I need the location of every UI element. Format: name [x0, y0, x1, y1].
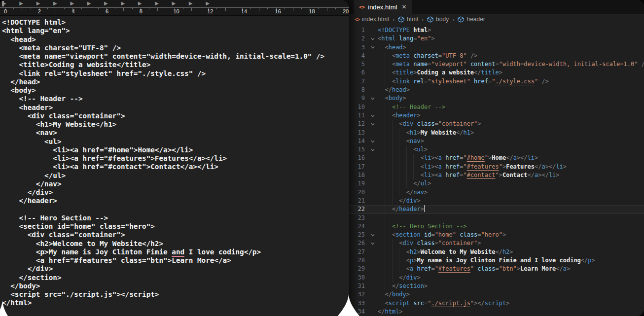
code-line[interactable]: 6 <title>Coding a website</title> — [345, 69, 644, 77]
code-line[interactable]: 8 </head> — [345, 86, 644, 94]
tab-stop-marker-icon[interactable]: ▶ — [206, 0, 210, 6]
code-line[interactable]: 20 </nav> — [345, 188, 644, 197]
plain-text-line[interactable]: <p>My name is Joy Clinton Fimie and I lo… — [2, 248, 349, 256]
tab-stop-marker-icon[interactable]: ▶ — [70, 0, 74, 6]
code-line[interactable]: 32 </body> — [345, 290, 644, 299]
plain-text-line[interactable]: <body> — [2, 86, 349, 95]
plain-text-area[interactable]: <!DOCTYPE html><html lang="en"> <head> <… — [0, 16, 349, 308]
plain-text-line[interactable]: </div> — [2, 265, 349, 273]
fold-chevron-icon[interactable] — [368, 145, 378, 154]
code-line[interactable]: 21 </div> — [345, 197, 644, 205]
plain-text-line[interactable]: </head> — [2, 78, 349, 86]
tab-stop-marker-icon[interactable]: ▶ — [2, 0, 6, 6]
code-line[interactable]: 2<html lang="en"> — [345, 35, 644, 43]
fold-chevron-icon[interactable] — [368, 239, 378, 247]
code-line[interactable]: 11 <header> — [345, 111, 644, 120]
fold-chevron-icon[interactable] — [368, 137, 378, 145]
breadcrumb-item[interactable]: <>index.html — [355, 16, 389, 23]
code-line[interactable]: 33 <script src="./script.js"></script> — [345, 299, 644, 308]
code-line[interactable]: 9 <body> — [345, 94, 644, 103]
code-line[interactable]: 34</html> — [345, 308, 644, 316]
code-line[interactable]: 23 — [345, 214, 644, 222]
plain-text-line[interactable]: <meta charset="UTF-8" /> — [2, 44, 349, 52]
tab-stop-marker-icon[interactable]: ▶ — [53, 0, 57, 6]
plain-text-line[interactable]: <li><a href="#contact">Contact</a></li> — [2, 163, 349, 171]
tab-stop-marker-icon[interactable]: ▶ — [155, 0, 159, 6]
code-line[interactable]: 18 <li><a href="#contact">Contact</a></l… — [345, 171, 644, 179]
code-line[interactable]: 15 <ul> — [345, 145, 644, 154]
plain-text-line[interactable]: <nav> — [2, 129, 349, 137]
code-line[interactable]: 29 <a href="#features" class="btn">Learn… — [345, 265, 644, 273]
code-line[interactable]: 12 <div class="container"> — [345, 120, 644, 128]
breadcrumb-label: html — [407, 16, 418, 23]
fold-chevron-icon[interactable] — [368, 43, 378, 52]
code-line[interactable]: 31 </section> — [345, 282, 644, 290]
plain-text-line[interactable]: <head> — [2, 35, 349, 44]
code-line[interactable]: 14 <nav> — [345, 137, 644, 145]
breadcrumb-item[interactable]: body — [427, 16, 449, 23]
plain-text-line[interactable]: <header> — [2, 104, 349, 112]
code-line[interactable]: 27 <h2>Welcome to My Website</h2> — [345, 248, 644, 256]
tab-stop-marker-icon[interactable]: ▶ — [87, 0, 91, 6]
plain-text-line[interactable]: </div> — [2, 188, 349, 197]
tab-stop-marker-icon[interactable]: ▶ — [104, 0, 108, 6]
code-line[interactable]: 26 <div class="container"> — [345, 239, 644, 247]
plain-text-line[interactable]: <li><a href="#features">Features</a></li… — [2, 154, 349, 163]
code-line[interactable]: 4 <meta charset="UTF-8" /> — [345, 52, 644, 60]
breadcrumb-item[interactable]: html — [398, 16, 418, 23]
plain-text-line[interactable]: <meta name="viewport" content="width=dev… — [2, 52, 349, 61]
code-line[interactable]: 1<!DOCTYPE html> — [345, 26, 644, 35]
tab-stop-marker-icon[interactable]: ▶ — [172, 0, 176, 6]
code-line[interactable]: 5 <meta name="viewport" content="width=d… — [345, 60, 644, 69]
plain-text-line[interactable]: </section> — [2, 274, 349, 282]
plain-text-line[interactable]: <div class="container"> — [2, 231, 349, 239]
plain-text-line[interactable]: <!-- Hero Section --> — [2, 214, 349, 222]
fold-chevron-icon[interactable] — [368, 231, 378, 239]
plain-text-line[interactable]: <section id="home" class="hero"> — [2, 222, 349, 231]
code-line[interactable]: 10 <!-- Header --> — [345, 103, 644, 111]
code-line[interactable]: 7 <link rel="stylesheet" href="./style.c… — [345, 77, 644, 86]
tab-index-html[interactable]: <> index.html ✕ — [354, 0, 412, 14]
fold-chevron-icon[interactable] — [368, 120, 378, 128]
code-line[interactable]: 19 </ul> — [345, 179, 644, 188]
code-line[interactable]: 30 </div> — [345, 274, 644, 282]
plain-text-line[interactable]: <h1>My Website</h1> — [2, 120, 349, 129]
code-line[interactable]: 16 <li><a href="#home">Home</a></li> — [345, 154, 644, 162]
plain-text-line[interactable]: <a href="#features" class="btn">Learn Mo… — [2, 256, 349, 265]
plain-text-line[interactable]: <h2>Welcome to My Website</h2> — [2, 240, 349, 248]
code-editor[interactable]: 1<!DOCTYPE html>2<html lang="en">3 <head… — [345, 25, 644, 316]
plain-text-line[interactable]: <title>Coding a website</title> — [2, 61, 349, 69]
plain-text-line[interactable]: <div class="container"> — [2, 112, 349, 120]
plain-text-line[interactable]: <link rel="stylesheet" href="./style.css… — [2, 70, 349, 78]
plain-text-line[interactable]: </html> — [2, 299, 349, 307]
plain-text-line[interactable]: <script src="./script.js"></script> — [2, 290, 349, 299]
tab-stop-marker-icon[interactable]: ▶ — [138, 0, 142, 6]
plain-text-line[interactable]: </ul> — [2, 172, 349, 180]
tab-stop-marker-icon[interactable]: ▶ — [189, 0, 193, 6]
plain-text-line[interactable]: <!DOCTYPE html> — [2, 18, 349, 27]
code-line[interactable]: 25 <section id="home" class="hero"> — [345, 231, 644, 239]
fold-chevron-icon[interactable] — [368, 111, 378, 120]
indent-guide — [385, 179, 385, 188]
plain-text-line[interactable] — [2, 206, 349, 214]
tab-stop-marker-icon[interactable]: ▶ — [19, 0, 23, 6]
plain-text-line[interactable]: </body> — [2, 282, 349, 290]
fold-chevron-icon[interactable] — [368, 35, 378, 43]
plain-text-line[interactable]: <!-- Header --> — [2, 95, 349, 103]
plain-text-line[interactable]: <html lang="en"> — [2, 27, 349, 35]
plain-text-line[interactable]: </header> — [2, 197, 349, 205]
tab-close-icon[interactable]: ✕ — [402, 3, 407, 10]
plain-text-line[interactable]: </nav> — [2, 180, 349, 188]
code-line[interactable]: 28 <p>My name is Joy Clinton Fimie and I… — [345, 256, 644, 265]
tab-stop-marker-icon[interactable]: ▶ — [36, 0, 40, 6]
code-line[interactable]: 13 <h1>My Website</h1> — [345, 129, 644, 137]
fold-chevron-icon[interactable] — [368, 94, 378, 103]
code-line[interactable]: 24 <!-- Hero Section --> — [345, 222, 644, 231]
code-line[interactable]: 22 </header> — [345, 205, 644, 213]
code-line[interactable]: 17 <li><a href="#features">Features</a><… — [345, 163, 644, 171]
breadcrumb-item[interactable]: header — [458, 16, 485, 23]
tab-stop-marker-icon[interactable]: ▶ — [121, 0, 125, 6]
plain-text-line[interactable]: <ul> — [2, 138, 349, 146]
plain-text-line[interactable]: <li><a href="#home">Home</a></li> — [2, 146, 349, 154]
code-line[interactable]: 3 <head> — [345, 43, 644, 52]
